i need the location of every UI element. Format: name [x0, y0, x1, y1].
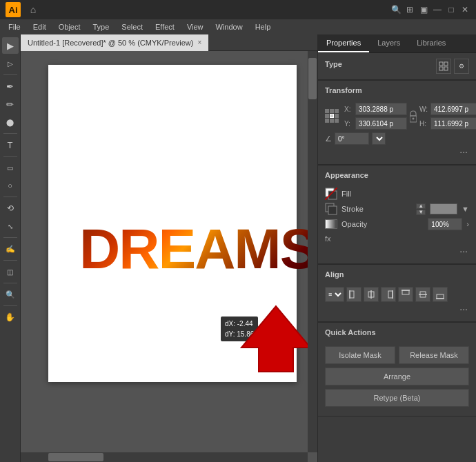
opacity-input[interactable] [428, 218, 462, 230]
horizontal-scroll-thumb[interactable] [48, 453, 103, 461]
svg-rect-18 [402, 290, 409, 294]
fill-row: Fill [325, 188, 469, 200]
cursor-dy: dY: 15.86 [225, 329, 254, 339]
y-input[interactable] [355, 117, 407, 130]
svg-rect-12 [350, 291, 354, 298]
w-row: W: [419, 103, 476, 115]
x-label: X: [344, 106, 353, 113]
fill-icon [325, 188, 337, 200]
direct-select-tool[interactable]: ▷ [2, 55, 19, 72]
arrange-button[interactable]: Arrange [325, 368, 469, 385]
stroke-up-btn[interactable]: ▲ [416, 203, 426, 209]
type-settings-btn[interactable]: ⚙ [454, 59, 469, 74]
svg-point-6 [413, 117, 415, 119]
hand-tool[interactable]: ✋ [2, 309, 19, 325]
align-right-btn[interactable] [381, 287, 396, 302]
stroke-dropdown-btn[interactable]: ▼ [462, 205, 469, 213]
stroke-down-btn[interactable]: ▼ [416, 210, 426, 215]
horizontal-scrollbar[interactable] [21, 452, 308, 462]
align-top-btn[interactable] [398, 287, 413, 302]
x-input[interactable] [355, 103, 407, 115]
h-row: H: [419, 117, 476, 130]
select-tool[interactable]: ▶ [2, 37, 19, 54]
tool-divider-2 [3, 133, 17, 134]
panels-icon[interactable]: ▣ [418, 4, 429, 15]
transform-more-btn[interactable]: ··· [325, 145, 469, 159]
menu-file[interactable]: File [3, 21, 26, 32]
appearance-title: Appearance [325, 171, 368, 179]
fx-label: fx [325, 233, 331, 244]
close-button[interactable]: ✕ [459, 4, 470, 15]
document-tab[interactable]: Untitled-1 [Recovered]* @ 50 % (CMYK/Pre… [21, 34, 208, 51]
type-option-btn[interactable] [436, 59, 451, 74]
svg-rect-22 [437, 294, 444, 299]
align-section: Align ≡ [318, 265, 476, 322]
align-bottom-btn[interactable] [433, 287, 448, 302]
rectangle-tool[interactable]: ▭ [2, 159, 19, 176]
minimize-button[interactable]: — [432, 4, 443, 15]
opacity-icon [325, 219, 337, 229]
pen-tool[interactable]: ✒ [2, 78, 19, 94]
app-logo: Ai [6, 2, 21, 17]
mask-buttons-row: Isolate Mask Release Mask [325, 346, 469, 364]
tab-properties[interactable]: Properties [318, 34, 369, 52]
align-center-v-btn[interactable] [415, 287, 430, 302]
menu-view[interactable]: View [181, 21, 209, 32]
eyedropper-tool[interactable]: ✍ [2, 241, 19, 257]
align-to-dropdown[interactable]: ≡ [325, 287, 344, 302]
blob-brush-tool[interactable]: ⬤ [2, 114, 19, 130]
tab-close-button[interactable]: × [197, 39, 201, 46]
h-input[interactable] [430, 117, 476, 130]
rotate-tool[interactable]: ⟲ [2, 200, 19, 217]
menu-effect[interactable]: Effect [150, 21, 180, 32]
menu-select[interactable]: Select [116, 21, 148, 32]
align-left-btn[interactable] [346, 287, 361, 302]
tab-title: Untitled-1 [Recovered]* @ 50 % (CMYK/Pre… [28, 39, 193, 47]
opacity-label: Opacity [341, 220, 424, 228]
gradient-tool[interactable]: ◫ [2, 263, 19, 280]
isolate-mask-button[interactable]: Isolate Mask [325, 346, 395, 364]
quick-actions-title: Quick Actions [325, 328, 376, 337]
tool-divider-1 [3, 74, 17, 75]
y-label: Y: [344, 120, 353, 128]
grid-icon[interactable]: ⊞ [404, 4, 415, 15]
menu-window[interactable]: Window [210, 21, 248, 32]
maximize-button[interactable]: □ [446, 4, 457, 15]
zoom-tool[interactable]: 🔍 [2, 286, 19, 303]
menu-type[interactable]: Type [88, 21, 115, 32]
tab-libraries[interactable]: Libraries [408, 34, 454, 52]
align-more-btn[interactable]: ··· [325, 302, 469, 316]
align-center-h-btn[interactable] [364, 287, 379, 302]
appearance-more-btn[interactable]: ··· [325, 244, 469, 258]
wh-inputs: W: H: [419, 103, 476, 130]
opacity-expand-btn[interactable]: › [466, 220, 469, 228]
stroke-color-swatch[interactable] [430, 203, 457, 214]
tab-layers[interactable]: Layers [369, 34, 408, 52]
retype-button[interactable]: Retype (Beta) [325, 389, 469, 407]
menu-help[interactable]: Help [250, 21, 277, 32]
home-icon[interactable]: ⌂ [26, 3, 40, 17]
angle-input[interactable] [335, 132, 369, 145]
lock-proportions-icon[interactable] [410, 110, 417, 123]
w-input[interactable] [430, 103, 476, 115]
brush-tool[interactable]: ✏ [2, 96, 19, 112]
vertical-scroll-thumb[interactable] [308, 58, 317, 99]
release-mask-button[interactable]: Release Mask [399, 346, 469, 364]
svg-rect-1 [439, 62, 443, 66]
menu-edit[interactable]: Edit [28, 21, 52, 32]
search-icon[interactable]: 🔍 [390, 4, 401, 15]
title-bar: Ai ⌂ 🔍 ⊞ ▣ — □ ✕ [0, 0, 476, 19]
scale-tool[interactable]: ⤡ [2, 218, 19, 234]
tab-bar: Untitled-1 [Recovered]* @ 50 % (CMYK/Pre… [21, 34, 317, 51]
left-toolbar: ▶ ▷ ✒ ✏ ⬤ T ▭ ○ ⟲ ⤡ ✍ ◫ 🔍 ✋ [0, 34, 21, 462]
window-controls: 🔍 ⊞ ▣ — □ ✕ [390, 4, 470, 15]
fill-label: Fill [341, 190, 469, 198]
h-label: H: [419, 120, 428, 128]
menu-object[interactable]: Object [53, 21, 86, 32]
canvas-viewport[interactable]: DREAMS dX: -2.44 dY: 15.86 [21, 51, 317, 462]
angle-dropdown[interactable]: ▼ [372, 132, 386, 145]
vertical-scrollbar[interactable] [308, 51, 317, 452]
opacity-row: Opacity › [325, 218, 469, 230]
type-tool[interactable]: T [2, 137, 19, 153]
ellipse-tool[interactable]: ○ [2, 177, 19, 194]
